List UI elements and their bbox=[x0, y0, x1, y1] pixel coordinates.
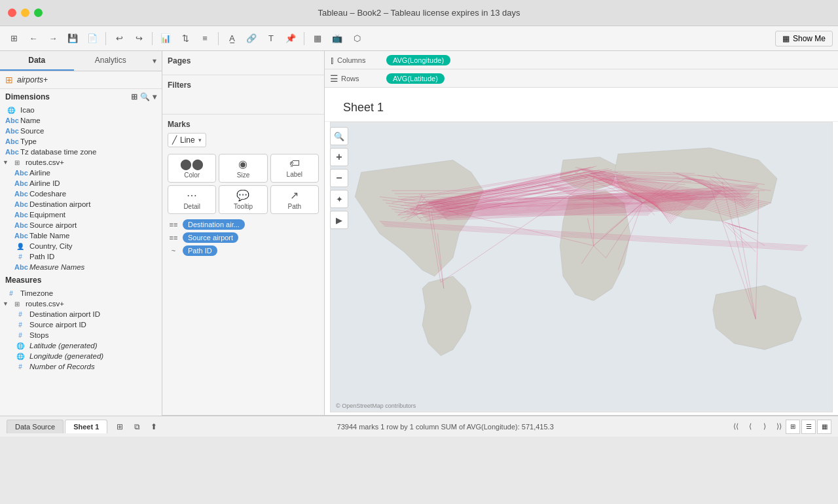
dim-country-city[interactable]: 👤 Country, City bbox=[0, 241, 162, 251]
first-page-button[interactable]: ⟨⟨ bbox=[729, 420, 742, 433]
sheet-title: Sheet 1 bbox=[333, 93, 394, 118]
routes-measures-group[interactable]: ▼ ⊞ routes.csv+ bbox=[0, 298, 162, 309]
main-layout: Data Analytics ▾ ⊞ airports+ Dimensions … bbox=[0, 51, 838, 416]
search-map-button[interactable]: 🔍 bbox=[330, 127, 348, 145]
separator bbox=[152, 32, 153, 45]
expand-icon[interactable]: ▾ bbox=[153, 92, 156, 101]
panel-expand-arrow[interactable]: ▾ bbox=[147, 51, 162, 71]
redo-button[interactable]: ↪ bbox=[130, 30, 147, 47]
marks-color-button[interactable]: ⬤⬤ Color bbox=[168, 154, 216, 183]
dim-airline[interactable]: Abc Airline bbox=[0, 168, 162, 178]
measure-longitude[interactable]: 🌐 Longitude (generated) bbox=[0, 351, 162, 361]
chevron-down-icon: ▾ bbox=[198, 137, 202, 143]
pin-map-button[interactable]: ✦ bbox=[330, 190, 348, 208]
group-icon[interactable]: ⊞ bbox=[131, 92, 137, 101]
back-button[interactable]: ← bbox=[25, 30, 42, 47]
dim-type[interactable]: Abc Type bbox=[0, 136, 162, 147]
marks-path-button[interactable]: ↗ Path bbox=[270, 185, 319, 214]
measure-dest-id-label: Destination airport ID bbox=[29, 310, 100, 318]
dim-equipment[interactable]: Abc Equipment bbox=[0, 209, 162, 220]
source-airport-pill[interactable]: Source airport bbox=[183, 232, 238, 243]
dim-airline-id[interactable]: Abc Airline ID bbox=[0, 178, 162, 189]
size-label: Size bbox=[237, 171, 249, 179]
maximize-button[interactable] bbox=[34, 9, 43, 17]
sheet-export-button[interactable]: ⬆ bbox=[147, 420, 161, 434]
close-button[interactable] bbox=[8, 9, 16, 17]
dim-icao[interactable]: 🌐 Icao bbox=[0, 105, 162, 115]
marks-field-path: ~ Path ID bbox=[168, 245, 319, 256]
database-icon: ⊞ bbox=[5, 75, 13, 85]
measure-source-airport-id[interactable]: # Source airport ID bbox=[0, 319, 162, 330]
tab-sheet1[interactable]: Sheet 1 bbox=[65, 420, 107, 433]
text-button[interactable]: T bbox=[263, 30, 280, 47]
dim-codeshare[interactable]: Abc Codeshare bbox=[0, 189, 162, 199]
marks-tooltip-button[interactable]: 💬 Tooltip bbox=[219, 185, 267, 214]
columns-pill[interactable]: AVG(Longitude) bbox=[386, 55, 450, 65]
link-button[interactable]: 🔗 bbox=[243, 30, 260, 47]
marks-detail-button[interactable]: ⋯ Detail bbox=[168, 185, 216, 214]
chevron-down-icon: ▼ bbox=[3, 300, 9, 307]
color-label: Color bbox=[184, 171, 200, 179]
present-button[interactable]: 📺 bbox=[329, 30, 346, 47]
measures-label: Measures bbox=[5, 276, 41, 285]
save-button[interactable]: 💾 bbox=[64, 30, 81, 47]
bars-button[interactable]: ▦ bbox=[309, 30, 326, 47]
last-page-button[interactable]: ⟩⟩ bbox=[773, 420, 786, 433]
dim-source-airport[interactable]: Abc Source airport bbox=[0, 220, 162, 230]
compact-view-button[interactable]: ▦ bbox=[817, 420, 831, 434]
path-id-pill[interactable]: Path ID bbox=[183, 245, 217, 256]
zoom-out-button[interactable]: − bbox=[330, 169, 348, 187]
marks-type-dropdown[interactable]: ╱ Line ▾ bbox=[168, 133, 206, 147]
grid-view-button[interactable]: ⊞ bbox=[786, 420, 800, 434]
marks-size-button[interactable]: ◉ Size bbox=[219, 154, 267, 183]
show-me-button[interactable]: ▦ Show Me bbox=[775, 31, 833, 46]
expand-map-button[interactable]: ▶ bbox=[330, 211, 348, 229]
marks-label-button[interactable]: 🏷 Label bbox=[270, 154, 319, 183]
measure-num-records[interactable]: # Number of Records bbox=[0, 361, 162, 372]
rows-shelf: ☰ Rows AVG(Latitude) bbox=[325, 69, 838, 88]
marks-field-source: ≡≡ Source airport bbox=[168, 232, 319, 243]
duplicate-sheet-button[interactable]: ⧉ bbox=[130, 420, 144, 434]
rows-pill[interactable]: AVG(Latitude) bbox=[386, 73, 445, 84]
measure-latitude[interactable]: 🌐 Latitude (generated) bbox=[0, 340, 162, 351]
dimensions-header: Dimensions ⊞ 🔍 ▾ bbox=[0, 89, 162, 105]
dim-table-name[interactable]: Abc Table Name bbox=[0, 230, 162, 241]
dim-name[interactable]: Abc Name bbox=[0, 115, 162, 126]
measure-dest-airport-id[interactable]: # Destination airport ID bbox=[0, 309, 162, 319]
routes-group[interactable]: ▼ ⊞ routes.csv+ bbox=[0, 157, 162, 168]
dest-airport-pill[interactable]: Destination air... bbox=[183, 219, 245, 230]
list-view-button[interactable]: ☰ bbox=[801, 420, 816, 434]
table-icon: ⊞ bbox=[11, 300, 23, 308]
sort-button[interactable]: ⇅ bbox=[177, 30, 194, 47]
tab-data[interactable]: Data bbox=[0, 51, 74, 71]
next-page-button[interactable]: ⟩ bbox=[758, 420, 771, 433]
pages-section: Pages bbox=[162, 51, 324, 75]
new-button[interactable]: 📄 bbox=[84, 30, 101, 47]
color-button[interactable]: A̲ bbox=[223, 30, 240, 47]
abc-icon: Abc bbox=[5, 117, 17, 124]
measure-stops[interactable]: # Stops bbox=[0, 330, 162, 340]
filter-button[interactable]: ≡ bbox=[196, 30, 213, 47]
share-button[interactable]: ⬡ bbox=[348, 30, 365, 47]
chevron-down-icon: ▼ bbox=[3, 159, 9, 166]
dim-measure-names[interactable]: Abc Measure Names bbox=[0, 262, 162, 272]
tab-data-source[interactable]: Data Source bbox=[7, 420, 64, 433]
dim-source[interactable]: Abc Source bbox=[0, 126, 162, 136]
search-icon[interactable]: 🔍 bbox=[140, 92, 150, 101]
measure-timezone[interactable]: # Timezone bbox=[0, 288, 162, 298]
add-sheet-button[interactable]: ⊞ bbox=[113, 420, 127, 434]
dim-tz[interactable]: Abc Tz database time zone bbox=[0, 147, 162, 157]
home-icon[interactable]: ⊞ bbox=[5, 30, 22, 47]
chart-button[interactable]: 📊 bbox=[157, 30, 174, 47]
prev-page-button[interactable]: ⟨ bbox=[744, 420, 757, 433]
forward-button[interactable]: → bbox=[45, 30, 62, 47]
zoom-in-button[interactable]: + bbox=[330, 148, 348, 166]
dim-dest-airport[interactable]: Abc Destination airport bbox=[0, 199, 162, 209]
pin-button[interactable]: 📌 bbox=[282, 30, 299, 47]
tab-analytics[interactable]: Analytics bbox=[74, 51, 148, 71]
minimize-button[interactable] bbox=[21, 9, 29, 17]
undo-button[interactable]: ↩ bbox=[111, 30, 128, 47]
dim-path-id[interactable]: # Path ID bbox=[0, 251, 162, 262]
marks-field-dest: ≡≡ Destination air... bbox=[168, 219, 319, 230]
marks-type-label: Line bbox=[180, 135, 195, 145]
